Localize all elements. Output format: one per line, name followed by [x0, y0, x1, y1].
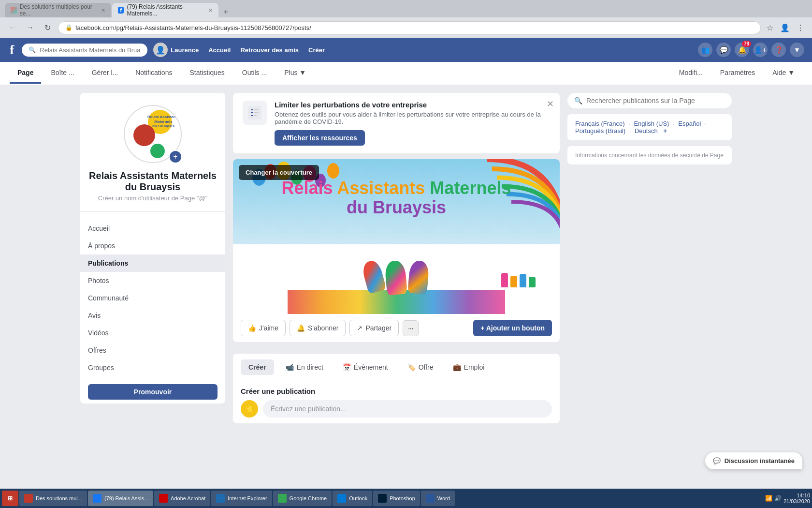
facebook-search-bar[interactable]: 🔍 — [22, 44, 147, 57]
account-menu[interactable]: ▼ — [790, 43, 804, 57]
banner-close-button[interactable]: ✕ — [547, 99, 554, 109]
taskbar-item-1[interactable]: (79) Relais Assis... — [88, 491, 153, 506]
notifications-icon[interactable]: 🔔 79 — [735, 43, 749, 57]
lang-fr[interactable]: Français (France) — [575, 120, 625, 127]
search-input[interactable] — [40, 46, 141, 54]
bookmark-icon[interactable]: ☆ — [765, 21, 775, 34]
tab-label-inactive: Des solutions multiples pour se... — [20, 3, 97, 17]
add-button[interactable]: + Ajouter un bouton — [473, 320, 552, 336]
search-publications-input[interactable] — [586, 97, 725, 105]
search-icon: 🔍 — [29, 46, 36, 53]
page-nav-gerer[interactable]: Gérer l... — [84, 63, 126, 84]
tab-active[interactable]: f (79) Relais Assistants Maternels... ✕ — [112, 3, 218, 17]
taskbar-item-2[interactable]: Adobe Acrobat — [154, 491, 210, 506]
sidebar-nav-publications[interactable]: Publications — [80, 254, 225, 272]
subscribe-label: S'abonner — [308, 324, 338, 332]
sidebar-nav-avis[interactable]: Avis — [80, 307, 225, 324]
messenger-icon[interactable]: 💬 — [716, 43, 731, 57]
change-cover-button[interactable]: Changer la couverture — [239, 165, 319, 180]
lang-en[interactable]: English (US) — [634, 120, 669, 127]
nav-creer[interactable]: Créer — [308, 46, 325, 54]
event-tab[interactable]: 📅 Évènement — [335, 359, 396, 375]
page-nav-notifications[interactable]: Notifications — [128, 63, 180, 84]
tab-bar: Des solutions multiples pour se... ✕ f (… — [0, 0, 812, 17]
more-actions-button[interactable]: ··· — [403, 320, 419, 336]
page-nav-outils[interactable]: Outils ... — [234, 63, 275, 84]
tab-favicon-multi — [11, 7, 17, 14]
sidebar-nav-videos[interactable]: Vidéos — [80, 324, 225, 342]
taskbar-item-7[interactable]: Word — [421, 491, 455, 506]
tab-close-active[interactable]: ✕ — [208, 7, 213, 14]
create-tab[interactable]: Créer — [241, 359, 274, 375]
taskbar-label-0: Des solutions mul... — [36, 495, 82, 501]
tab-close[interactable]: ✕ — [101, 7, 105, 14]
promote-button[interactable]: Promouvoir — [88, 384, 218, 400]
hand-3 — [407, 260, 430, 294]
subscribe-button[interactable]: 🔔 S'abonner — [290, 320, 346, 336]
lang-pt[interactable]: Português (Brasil) — [575, 127, 625, 134]
forward-button[interactable]: → — [23, 21, 37, 34]
chat-bubble[interactable]: 💬 Discussion instantanée — [705, 452, 802, 469]
friends-icon[interactable]: 👥 — [698, 43, 712, 57]
like-button[interactable]: 👍 J'aime — [241, 320, 286, 336]
banner-title: Limiter les perturbations de votre entre… — [275, 101, 550, 109]
lang-de[interactable]: Deutsch — [635, 127, 658, 134]
sidebar-nav-photos[interactable]: Photos — [80, 272, 225, 289]
job-tab[interactable]: 💼 Emploi — [445, 359, 493, 375]
user-profile[interactable]: 👤 Laurence — [153, 43, 199, 57]
chat-icon: 💬 — [713, 457, 721, 464]
avatar-text: Relais AssistantsMaternelsdu Bruaysis — [147, 115, 179, 129]
share-button[interactable]: ↗ Partager — [349, 320, 399, 336]
search-publications-box[interactable]: 🔍 — [567, 93, 732, 108]
checklist-icon — [246, 104, 263, 121]
nav-accueil[interactable]: Accueil — [208, 46, 231, 54]
taskbar-item-4[interactable]: Google Chrome — [273, 491, 332, 506]
post-input[interactable]: Écrivez une publication... — [263, 400, 552, 418]
offer-icon: 🏷️ — [407, 363, 416, 371]
taskbar-label-2: Adobe Acrobat — [171, 495, 205, 501]
add-photo-button[interactable]: + — [169, 150, 182, 164]
page-nav-plus[interactable]: Plus ▼ — [276, 63, 314, 84]
profile-icon[interactable]: 👤 — [778, 21, 792, 34]
sidebar-nav-accueil[interactable]: Accueil — [80, 220, 225, 237]
page-nav-page[interactable]: Page — [10, 63, 41, 84]
figure-3 — [520, 274, 526, 287]
page-nav-stats[interactable]: Statistiques — [182, 63, 232, 84]
taskbar-label-1: (79) Relais Assis... — [104, 495, 148, 501]
banner-button[interactable]: Afficher les ressources — [275, 130, 365, 146]
profile-cover-area: Relais AssistantsMaternelsdu Bruaysis + — [80, 93, 225, 165]
page-nav-params[interactable]: Paramètres — [712, 63, 763, 84]
taskbar-item-6[interactable]: Photoshop — [373, 491, 420, 506]
post-create-area: Créer une publication 🌟 Écrivez une publ… — [233, 381, 560, 423]
taskbar-item-0[interactable]: Des solutions mul... — [19, 491, 87, 506]
taskbar-icon-ie — [216, 494, 225, 503]
new-tab-button[interactable]: + — [219, 7, 232, 17]
profile-username-hint[interactable]: Créer un nom d'utilisateur de Page "@" — [80, 194, 225, 208]
live-tab[interactable]: 📹 En direct — [278, 359, 331, 375]
sidebar-nav-offres[interactable]: Offres — [80, 342, 225, 359]
help-icon[interactable]: ❓ — [771, 43, 786, 57]
reload-button[interactable]: ↻ — [41, 21, 54, 34]
avatar-circles: Relais AssistantsMaternelsdu Bruaysis — [129, 110, 177, 158]
sidebar-nav-communaute[interactable]: Communauté — [80, 289, 225, 307]
tab-inactive[interactable]: Des solutions multiples pour se... ✕ — [5, 3, 111, 17]
sidebar-nav-groupes[interactable]: Groupes — [80, 359, 225, 376]
post-create-label: Créer une publication — [241, 387, 552, 395]
start-button[interactable]: ⊞ — [2, 491, 18, 506]
friend-requests-icon[interactable]: 👤+ — [753, 43, 768, 57]
taskbar-item-5[interactable]: Outlook — [333, 491, 372, 506]
page-nav-aide[interactable]: Aide ▼ — [765, 63, 802, 84]
url-bar[interactable]: 🔒 facebook.com/pg/Relais-Assistants-Mate… — [58, 21, 761, 34]
back-button[interactable]: ← — [6, 21, 19, 34]
taskbar-item-3[interactable]: Internet Explorer — [211, 491, 272, 506]
lang-es[interactable]: Español — [678, 120, 701, 127]
taskbar-icon-acrobat — [159, 494, 168, 503]
page-nav-modif[interactable]: Modifi... — [671, 63, 710, 84]
lang-add-button[interactable]: + — [663, 127, 667, 134]
menu-icon[interactable]: ⋮ — [795, 21, 806, 34]
job-label: Emploi — [464, 363, 485, 371]
offer-tab[interactable]: 🏷️ Offre — [400, 359, 441, 375]
sidebar-nav-apropos[interactable]: À propos — [80, 237, 225, 254]
nav-retrouver[interactable]: Retrouver des amis — [240, 46, 299, 54]
page-nav-boite[interactable]: Boîte ... — [43, 63, 82, 84]
